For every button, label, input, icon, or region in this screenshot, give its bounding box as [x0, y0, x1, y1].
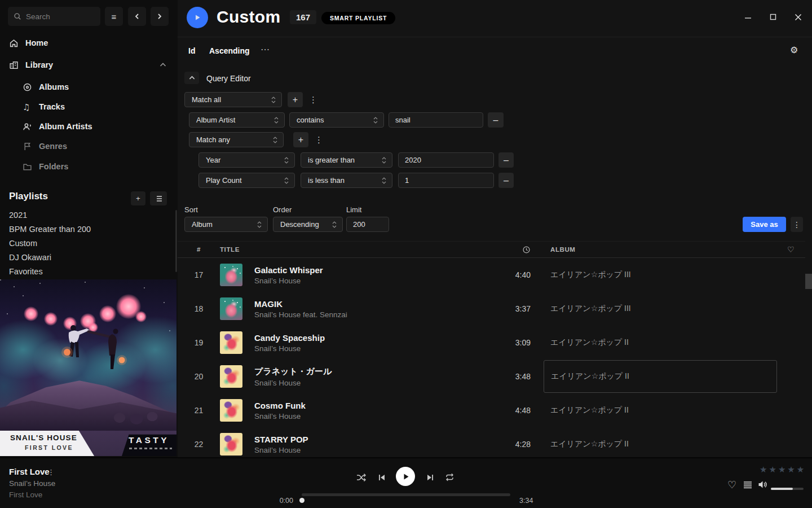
now-playing-menu-icon[interactable]: ⋮: [47, 468, 55, 476]
table-row[interactable]: 22 STARRY POPSnail’s House 4:28 エイリアン☆ポッ…: [178, 427, 805, 457]
rule-group-menu-icon[interactable]: ⋮: [309, 95, 317, 104]
track-album[interactable]: エイリアン☆ポップ II: [544, 394, 777, 427]
seek-bar[interactable]: [302, 493, 510, 496]
add-rule-button[interactable]: +: [288, 92, 303, 107]
group-rule-operator-select[interactable]: is greater than: [301, 152, 392, 168]
favorite-heart-icon[interactable]: ♡: [727, 479, 736, 491]
star-icon[interactable]: ★: [778, 465, 787, 475]
track-album-focused[interactable]: エイリアン☆ポップ II: [544, 360, 777, 393]
track-album[interactable]: エイリアン☆ポップ II: [544, 428, 777, 457]
play-pause-button[interactable]: [396, 467, 415, 486]
playlist-item[interactable]: DJ Okawari: [9, 253, 144, 262]
sidebar-item-library[interactable]: Library: [0, 56, 178, 73]
repeat-button[interactable]: [445, 473, 454, 481]
sidebar-item-genres[interactable]: Genres: [0, 138, 178, 155]
playlist-item[interactable]: 2021: [9, 211, 144, 220]
table-header[interactable]: # TITLE ALBUM ♡: [178, 241, 805, 258]
sidebar-item-album-artists[interactable]: Album Artists: [0, 118, 178, 135]
now-playing-cover[interactable]: SNAIL'S HOUSE FIRST LOVE TASTY: [0, 279, 176, 456]
next-button[interactable]: [426, 474, 434, 481]
group-match-type-select[interactable]: Match any: [189, 132, 284, 147]
volume-slider[interactable]: [771, 488, 804, 490]
window-minimize-button[interactable]: [744, 14, 752, 21]
track-artist[interactable]: Snail’s House: [254, 446, 480, 454]
group-remove-rule-button[interactable]: –: [498, 173, 514, 188]
table-row[interactable]: 18 MAGIKSnail’s House feat. Sennzai 3:37…: [178, 292, 805, 326]
sort-field-button[interactable]: Id: [188, 46, 195, 55]
group-menu-icon[interactable]: ⋮: [315, 135, 323, 144]
tracklist-scrollbar[interactable]: [805, 274, 812, 289]
rule-operator-select[interactable]: contains: [289, 112, 384, 128]
column-album[interactable]: ALBUM: [544, 246, 777, 253]
search-input[interactable]: [26, 12, 88, 21]
add-playlist-button[interactable]: +: [131, 191, 145, 205]
sidebar-item-tracks[interactable]: ♫ Tracks: [0, 98, 178, 115]
now-playing-artist[interactable]: Snail’s House: [9, 479, 55, 488]
sidebar-scrollbar[interactable]: [175, 210, 177, 272]
group-rule-value-input[interactable]: [398, 152, 494, 168]
playlist-list-button[interactable]: [150, 191, 167, 205]
save-as-button[interactable]: Save as: [743, 217, 786, 232]
track-artist[interactable]: Snail’s House feat. Sennzai: [254, 310, 480, 319]
queue-button[interactable]: [743, 481, 752, 489]
star-icon[interactable]: ★: [769, 465, 778, 475]
order-select[interactable]: Descending: [273, 217, 343, 232]
more-options-icon[interactable]: ⋯: [261, 44, 270, 55]
search-box[interactable]: [8, 7, 100, 26]
track-artist[interactable]: Snail’s House: [254, 412, 480, 421]
remove-rule-button[interactable]: –: [488, 112, 504, 128]
rating-stars[interactable]: ★★★★★: [760, 465, 806, 475]
limit-input[interactable]: [346, 217, 389, 232]
star-icon[interactable]: ★: [760, 465, 769, 475]
track-album[interactable]: エイリアン☆ポップ II: [544, 326, 777, 359]
table-row[interactable]: 20 プラネット・ガールSnail’s House 3:48 エイリアン☆ポップ…: [178, 360, 805, 393]
group-rule-field-select[interactable]: Year: [198, 152, 295, 168]
playlist-item[interactable]: Custom: [9, 239, 144, 248]
track-artist[interactable]: Snail’s House: [254, 379, 480, 387]
chevron-up-icon[interactable]: [160, 63, 166, 67]
sidebar-item-albums[interactable]: Albums: [0, 78, 178, 95]
track-artist[interactable]: Snail’s House: [254, 277, 480, 285]
previous-button[interactable]: [378, 474, 386, 481]
shuffle-button[interactable]: [356, 473, 367, 482]
query-editor-collapse-button[interactable]: [184, 72, 199, 84]
group-rule-operator-select[interactable]: is less than: [301, 173, 392, 188]
track-album[interactable]: エイリアン☆ポップ III: [544, 259, 777, 291]
window-maximize-button[interactable]: [770, 14, 776, 20]
gear-icon[interactable]: ⚙: [790, 45, 798, 55]
playlist-item[interactable]: BPM Greater than 200: [9, 225, 144, 234]
group-add-rule-button[interactable]: +: [293, 132, 308, 147]
table-row[interactable]: 19 Candy SpaceshipSnail’s House 3:09 エイリ…: [178, 326, 805, 360]
playlist-item[interactable]: Favorites: [9, 267, 144, 276]
volume-button[interactable]: [758, 480, 768, 489]
column-duration[interactable]: [480, 246, 531, 254]
seek-handle[interactable]: [299, 498, 304, 503]
sort-direction-button[interactable]: Ascending: [209, 46, 250, 55]
group-rule-field-select[interactable]: Play Count: [198, 173, 295, 188]
sidebar-item-folders[interactable]: Folders: [0, 158, 178, 175]
table-row[interactable]: 17 Galactic WhisperSnail’s House 4:40 エイ…: [178, 258, 805, 292]
column-favorite[interactable]: ♡: [777, 245, 805, 254]
back-button[interactable]: [128, 7, 146, 26]
save-menu-button[interactable]: ⋮: [791, 217, 803, 232]
track-artist[interactable]: Snail’s House: [254, 344, 480, 353]
now-playing-title[interactable]: First Love: [9, 467, 50, 476]
group-remove-rule-button[interactable]: –: [498, 152, 514, 168]
group-rule-value-input[interactable]: [398, 173, 494, 188]
star-icon[interactable]: ★: [787, 465, 796, 475]
rule-value-input[interactable]: [389, 112, 483, 128]
track-album[interactable]: エイリアン☆ポップ III: [544, 292, 777, 325]
window-close-button[interactable]: [795, 14, 802, 21]
column-index[interactable]: #: [178, 246, 220, 253]
rule-field-select[interactable]: Album Artist: [189, 112, 285, 128]
star-icon[interactable]: ★: [797, 465, 806, 475]
play-playlist-button[interactable]: [187, 7, 208, 28]
forward-button[interactable]: [151, 7, 169, 26]
table-row[interactable]: 21 Cosmo FunkSnail’s House 4:48 エイリアン☆ポッ…: [178, 393, 805, 427]
now-playing-album[interactable]: First Love: [9, 491, 42, 499]
column-title[interactable]: TITLE: [220, 246, 480, 253]
sort-select[interactable]: Album: [184, 217, 268, 232]
menu-button[interactable]: ≡: [105, 7, 123, 26]
sidebar-item-home[interactable]: Home: [0, 34, 178, 51]
match-type-select[interactable]: Match all: [184, 92, 282, 107]
